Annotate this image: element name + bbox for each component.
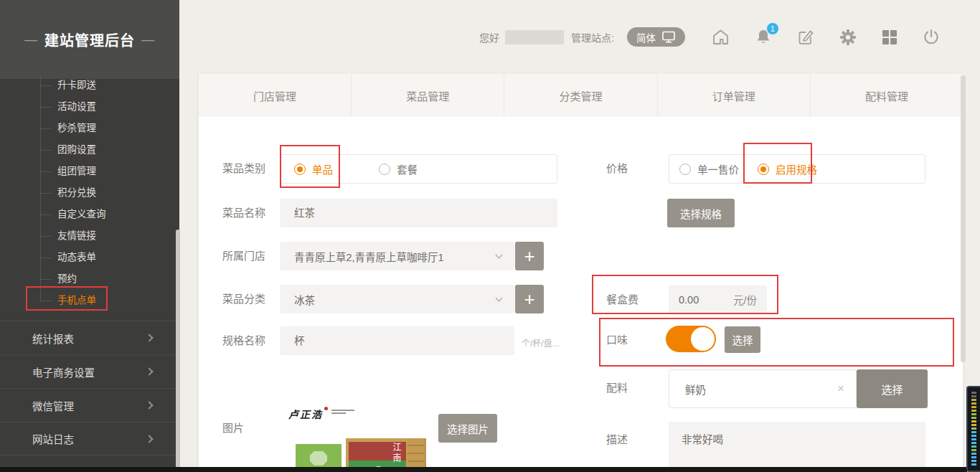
sidebar-section-wechat[interactable]: 微信管理 (0, 388, 179, 422)
store-select[interactable]: 青青原上草2,青青原上草咖啡厅1 (280, 242, 514, 270)
window-bottom-edge (0, 467, 967, 472)
tab-dish-manage[interactable]: 菜品管理 (352, 74, 504, 117)
category-select[interactable]: 冰茶 (280, 285, 514, 313)
app-title: — 建站管理后台 — (0, 0, 179, 79)
sidebar-menu: 升卡即送 活动设置 秒杀管理 团购设置 组团管理 积分兑换 自定义查询 友情链接… (0, 75, 179, 311)
choose-spec-button[interactable]: 选择规格 (667, 199, 735, 227)
chevron-down-icon (495, 297, 503, 302)
add-category-button[interactable]: + (515, 285, 544, 313)
logout-button[interactable] (922, 28, 941, 47)
content-card: 门店管理 菜品管理 分类管理 订单管理 配料管理 菜品类别 单品 套餐 菜品名称… (199, 74, 963, 472)
giftbox-text-1: 江南 (390, 443, 402, 464)
category-label: 菜品分类 (222, 292, 265, 306)
ingredient-value: 鲜奶 (685, 382, 706, 397)
content-scrollbar[interactable] (961, 75, 966, 362)
radio-on-icon (294, 164, 306, 175)
tab-order-manage[interactable]: 订单管理 (658, 74, 811, 117)
flavor-label: 口味 (606, 333, 628, 347)
product-image: 卢正浩 江南 绝 卢正浩 (280, 402, 439, 472)
sidebar-item-activity-settings[interactable]: 活动设置 (0, 96, 179, 118)
chevron-right-icon (145, 435, 153, 443)
dish-name-input[interactable]: 红茶 (280, 199, 557, 227)
notifications-button[interactable]: 1 (754, 28, 773, 47)
sidebar-item-team-manage[interactable]: 组团管理 (0, 161, 179, 182)
language-pill-label: 简体 (636, 30, 656, 44)
sidebar-item-flash-sale[interactable]: 秒杀管理 (0, 118, 179, 139)
radio-label-enable-spec: 启用规格 (776, 161, 817, 176)
dish-form: 菜品类别 单品 套餐 菜品名称 红茶 所属门店 青青原上草2,青青原上草咖啡厅1… (199, 117, 963, 472)
edit-icon (796, 28, 815, 47)
sidebar-item-group-buy[interactable]: 团购设置 (0, 139, 179, 161)
tab-ingredient-manage[interactable]: 配料管理 (811, 74, 963, 117)
tab-category-manage[interactable]: 分类管理 (504, 74, 657, 117)
ingredient-choose-button[interactable]: 选择 (857, 369, 928, 408)
box-fee-label: 餐盒费 (606, 293, 639, 307)
sidebar: — 建站管理后台 — 升卡即送 活动设置 秒杀管理 团购设置 组团管理 积分兑换… (0, 0, 179, 472)
settings-button[interactable] (839, 28, 857, 47)
add-store-button[interactable]: + (515, 242, 544, 270)
home-icon (711, 28, 730, 47)
flavor-toggle[interactable] (666, 326, 716, 352)
price-radio-group: 单一售价 启用规格 (669, 154, 925, 184)
sidebar-item-reservation[interactable]: 预约 (0, 268, 179, 290)
chevron-right-icon (145, 334, 153, 341)
price-label: 价格 (606, 161, 628, 176)
box-fee-unit: 元/份 (733, 292, 757, 307)
choose-image-button[interactable]: 选择图片 (438, 414, 497, 443)
greeting-text: 您好 (479, 30, 499, 44)
gear-icon (839, 28, 857, 47)
sidebar-sections: 统计报表 电子商务设置 微信管理 网站日志 (0, 321, 179, 456)
tab-store-manage[interactable]: 门店管理 (199, 74, 352, 117)
site-label: 管理站点: (571, 30, 614, 44)
section-label: 统计报表 (32, 331, 74, 346)
brand-logo-text: 卢正浩 (288, 407, 323, 421)
radio-price-single[interactable]: 单一售价 (679, 161, 739, 176)
brand-seal-icon (324, 407, 328, 410)
redacted-username (505, 30, 564, 44)
radio-price-spec[interactable]: 启用规格 (758, 161, 817, 176)
dish-type-radio-group: 单品 套餐 (280, 154, 557, 184)
clear-icon[interactable]: × (837, 382, 844, 396)
section-label: 网站日志 (32, 431, 74, 446)
brand-subtext (331, 410, 354, 415)
notification-badge: 1 (767, 23, 778, 34)
sidebar-section-ecommerce[interactable]: 电子商务设置 (0, 354, 179, 388)
sidebar-item-mobile-ordering[interactable]: 手机点单 (0, 290, 179, 311)
sidebar-item-friend-links[interactable]: 友情链接 (0, 225, 179, 247)
monitor-icon (661, 31, 676, 43)
radio-on-icon (758, 164, 769, 175)
tab-bar: 门店管理 菜品管理 分类管理 订单管理 配料管理 (199, 74, 963, 117)
radio-off-icon (679, 164, 691, 175)
section-label: 电子商务设置 (32, 364, 95, 379)
radio-off-icon (379, 164, 390, 175)
flavor-choose-button[interactable]: 选择 (725, 326, 760, 353)
ingredient-input[interactable]: 鲜奶 × (669, 369, 857, 408)
sidebar-item-points-exchange[interactable]: 积分兑换 (0, 182, 179, 204)
grid-icon (881, 29, 898, 46)
sidebar-section-site-logs[interactable]: 网站日志 (0, 422, 179, 456)
edit-button[interactable] (796, 28, 815, 47)
scroll-minimap-widget[interactable] (966, 386, 980, 472)
apps-button[interactable] (881, 29, 898, 46)
sidebar-item-custom-query[interactable]: 自定义查询 (0, 204, 179, 225)
chevron-down-icon (495, 254, 503, 259)
sidebar-item-dynamic-form[interactable]: 动态表单 (0, 247, 179, 268)
sidebar-section-statistics[interactable]: 统计报表 (0, 321, 179, 354)
dish-name-label: 菜品名称 (222, 206, 265, 220)
box-fee-field[interactable]: 0.00 元/份 (669, 285, 767, 313)
store-label: 所属门店 (222, 249, 265, 263)
spec-name-input[interactable]: 杯 (280, 326, 514, 355)
description-textarea[interactable]: 非常好喝 (669, 422, 925, 472)
home-button[interactable] (711, 28, 730, 47)
radio-label-single-price: 单一售价 (697, 161, 739, 176)
sidebar-item-card-gift[interactable]: 升卡即送 (0, 75, 179, 96)
radio-label-single: 单品 (312, 161, 333, 176)
language-site-pill[interactable]: 简体 (627, 27, 685, 47)
sidebar-scrollbar[interactable] (176, 230, 180, 472)
radio-dish-type-combo[interactable]: 套餐 (379, 161, 418, 176)
radio-dish-type-single[interactable]: 单品 (294, 161, 333, 176)
box-fee-value: 0.00 (679, 294, 699, 306)
ingredient-label: 配料 (606, 381, 628, 395)
dish-type-label: 菜品类别 (222, 161, 265, 176)
spec-name-hint: 个/杯/盘... (522, 336, 560, 349)
